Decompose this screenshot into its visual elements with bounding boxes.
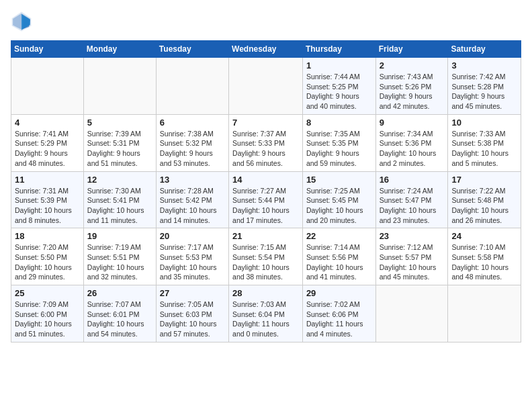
day-info: Sunrise: 7:03 AM Sunset: 6:04 PM Dayligh…	[232, 300, 299, 339]
day-number: 20	[160, 231, 225, 241]
calendar-cell: 24Sunrise: 7:10 AM Sunset: 5:58 PM Dayli…	[448, 228, 521, 285]
calendar-cell: 18Sunrise: 7:20 AM Sunset: 5:50 PM Dayli…	[11, 228, 84, 285]
day-info: Sunrise: 7:35 AM Sunset: 5:35 PM Dayligh…	[306, 129, 372, 169]
calendar-cell: 4Sunrise: 7:41 AM Sunset: 5:29 PM Daylig…	[11, 114, 84, 171]
day-number: 1	[306, 60, 372, 71]
calendar-cell: 5Sunrise: 7:39 AM Sunset: 5:31 PM Daylig…	[83, 114, 156, 171]
day-number: 17	[451, 175, 517, 185]
page-header	[11, 11, 521, 32]
day-number: 19	[87, 231, 152, 241]
day-info: Sunrise: 7:14 AM Sunset: 5:56 PM Dayligh…	[306, 242, 372, 282]
day-info: Sunrise: 7:27 AM Sunset: 5:44 PM Dayligh…	[232, 186, 299, 226]
weekday-header-thursday: Thursday	[302, 41, 375, 58]
day-number: 11	[15, 175, 80, 185]
calendar-cell: 9Sunrise: 7:34 AM Sunset: 5:36 PM Daylig…	[375, 114, 448, 171]
day-number: 12	[87, 175, 152, 185]
weekday-header-saturday: Saturday	[448, 41, 521, 58]
calendar-cell: 10Sunrise: 7:33 AM Sunset: 5:38 PM Dayli…	[448, 114, 521, 171]
day-number: 24	[451, 231, 517, 241]
day-info: Sunrise: 7:24 AM Sunset: 5:47 PM Dayligh…	[380, 186, 445, 226]
day-info: Sunrise: 7:19 AM Sunset: 5:51 PM Dayligh…	[87, 242, 152, 282]
calendar-cell: 22Sunrise: 7:14 AM Sunset: 5:56 PM Dayli…	[302, 228, 375, 285]
calendar-cell: 3Sunrise: 7:42 AM Sunset: 5:28 PM Daylig…	[448, 58, 521, 115]
week-row-5: 25Sunrise: 7:09 AM Sunset: 6:00 PM Dayli…	[11, 285, 521, 342]
day-number: 23	[380, 231, 445, 241]
calendar-cell: 19Sunrise: 7:19 AM Sunset: 5:51 PM Dayli…	[83, 228, 156, 285]
weekday-header-wednesday: Wednesday	[229, 41, 303, 58]
day-info: Sunrise: 7:10 AM Sunset: 5:58 PM Dayligh…	[451, 242, 517, 282]
day-info: Sunrise: 7:17 AM Sunset: 5:53 PM Dayligh…	[160, 242, 225, 282]
weekday-header-friday: Friday	[375, 41, 448, 58]
day-info: Sunrise: 7:12 AM Sunset: 5:57 PM Dayligh…	[380, 242, 445, 282]
calendar-cell	[229, 58, 303, 115]
day-number: 27	[160, 288, 225, 298]
weekday-header-tuesday: Tuesday	[156, 41, 228, 58]
calendar-cell: 1Sunrise: 7:44 AM Sunset: 5:25 PM Daylig…	[302, 58, 375, 115]
day-info: Sunrise: 7:41 AM Sunset: 5:29 PM Dayligh…	[15, 129, 80, 169]
calendar-cell: 15Sunrise: 7:25 AM Sunset: 5:45 PM Dayli…	[302, 171, 375, 228]
calendar-cell: 28Sunrise: 7:03 AM Sunset: 6:04 PM Dayli…	[229, 285, 303, 342]
calendar-cell: 16Sunrise: 7:24 AM Sunset: 5:47 PM Dayli…	[375, 171, 448, 228]
calendar-cell: 14Sunrise: 7:27 AM Sunset: 5:44 PM Dayli…	[229, 171, 303, 228]
day-info: Sunrise: 7:05 AM Sunset: 6:03 PM Dayligh…	[160, 300, 225, 339]
calendar-cell: 20Sunrise: 7:17 AM Sunset: 5:53 PM Dayli…	[156, 228, 228, 285]
calendar-cell: 7Sunrise: 7:37 AM Sunset: 5:33 PM Daylig…	[229, 114, 303, 171]
calendar-cell: 8Sunrise: 7:35 AM Sunset: 5:35 PM Daylig…	[302, 114, 375, 171]
calendar-cell: 27Sunrise: 7:05 AM Sunset: 6:03 PM Dayli…	[156, 285, 228, 342]
weekday-header-monday: Monday	[83, 41, 156, 58]
calendar-cell: 21Sunrise: 7:15 AM Sunset: 5:54 PM Dayli…	[229, 228, 303, 285]
day-info: Sunrise: 7:07 AM Sunset: 6:01 PM Dayligh…	[87, 300, 152, 339]
day-number: 9	[380, 118, 445, 128]
calendar-cell: 17Sunrise: 7:22 AM Sunset: 5:48 PM Dayli…	[448, 171, 521, 228]
calendar-table: SundayMondayTuesdayWednesdayThursdayFrid…	[11, 40, 521, 342]
day-info: Sunrise: 7:38 AM Sunset: 5:32 PM Dayligh…	[160, 129, 225, 169]
logo-icon	[11, 11, 32, 32]
day-number: 16	[380, 175, 445, 185]
day-info: Sunrise: 7:30 AM Sunset: 5:41 PM Dayligh…	[87, 186, 152, 226]
day-info: Sunrise: 7:20 AM Sunset: 5:50 PM Dayligh…	[15, 242, 80, 282]
day-number: 8	[306, 118, 372, 128]
day-number: 13	[160, 175, 225, 185]
calendar-cell: 12Sunrise: 7:30 AM Sunset: 5:41 PM Dayli…	[83, 171, 156, 228]
calendar-cell: 26Sunrise: 7:07 AM Sunset: 6:01 PM Dayli…	[83, 285, 156, 342]
day-info: Sunrise: 7:37 AM Sunset: 5:33 PM Dayligh…	[232, 129, 299, 169]
day-number: 28	[232, 288, 299, 298]
weekday-header-row: SundayMondayTuesdayWednesdayThursdayFrid…	[11, 41, 521, 58]
day-info: Sunrise: 7:31 AM Sunset: 5:39 PM Dayligh…	[15, 186, 80, 226]
day-info: Sunrise: 7:43 AM Sunset: 5:26 PM Dayligh…	[380, 72, 445, 111]
calendar-cell	[448, 285, 521, 342]
day-info: Sunrise: 7:44 AM Sunset: 5:25 PM Dayligh…	[306, 72, 372, 111]
calendar-cell: 23Sunrise: 7:12 AM Sunset: 5:57 PM Dayli…	[375, 228, 448, 285]
day-info: Sunrise: 7:28 AM Sunset: 5:42 PM Dayligh…	[160, 186, 225, 226]
day-info: Sunrise: 7:25 AM Sunset: 5:45 PM Dayligh…	[306, 186, 372, 226]
calendar-cell: 6Sunrise: 7:38 AM Sunset: 5:32 PM Daylig…	[156, 114, 228, 171]
day-number: 15	[306, 175, 372, 185]
day-number: 5	[87, 118, 152, 128]
day-number: 7	[232, 118, 299, 128]
calendar-cell: 25Sunrise: 7:09 AM Sunset: 6:00 PM Dayli…	[11, 285, 84, 342]
day-number: 4	[15, 118, 80, 128]
day-number: 3	[451, 60, 517, 71]
week-row-2: 4Sunrise: 7:41 AM Sunset: 5:29 PM Daylig…	[11, 114, 521, 171]
day-number: 21	[232, 231, 299, 241]
day-number: 6	[160, 118, 225, 128]
calendar-cell: 29Sunrise: 7:02 AM Sunset: 6:06 PM Dayli…	[302, 285, 375, 342]
day-number: 25	[15, 288, 80, 298]
logo	[11, 11, 36, 32]
calendar-cell: 2Sunrise: 7:43 AM Sunset: 5:26 PM Daylig…	[375, 58, 448, 115]
day-info: Sunrise: 7:02 AM Sunset: 6:06 PM Dayligh…	[306, 300, 372, 339]
day-info: Sunrise: 7:09 AM Sunset: 6:00 PM Dayligh…	[15, 300, 80, 339]
calendar-cell	[83, 58, 156, 115]
day-number: 18	[15, 231, 80, 241]
day-info: Sunrise: 7:15 AM Sunset: 5:54 PM Dayligh…	[232, 242, 299, 282]
day-number: 10	[451, 118, 517, 128]
day-number: 14	[232, 175, 299, 185]
calendar-cell	[156, 58, 228, 115]
day-number: 29	[306, 288, 372, 298]
weekday-header-sunday: Sunday	[11, 41, 84, 58]
day-info: Sunrise: 7:42 AM Sunset: 5:28 PM Dayligh…	[451, 72, 517, 111]
day-info: Sunrise: 7:33 AM Sunset: 5:38 PM Dayligh…	[451, 129, 517, 169]
week-row-1: 1Sunrise: 7:44 AM Sunset: 5:25 PM Daylig…	[11, 58, 521, 115]
day-info: Sunrise: 7:34 AM Sunset: 5:36 PM Dayligh…	[380, 129, 445, 169]
calendar-cell: 11Sunrise: 7:31 AM Sunset: 5:39 PM Dayli…	[11, 171, 84, 228]
